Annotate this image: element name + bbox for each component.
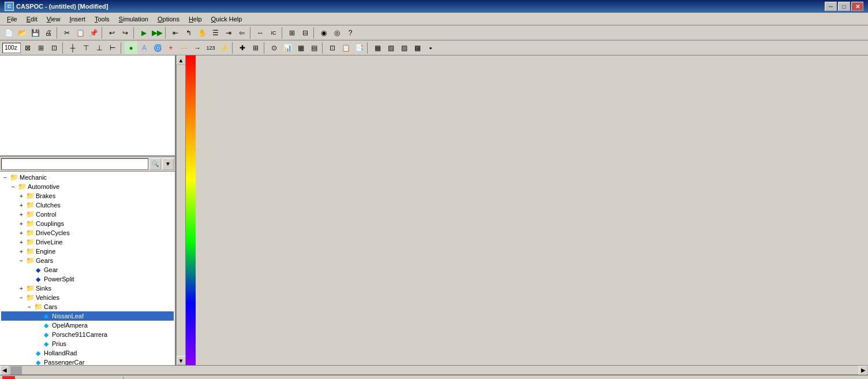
tb3-4[interactable] — [55, 376, 68, 380]
close-button[interactable]: ✕ — [851, 2, 863, 11]
tb3-3[interactable]: ◀ — [42, 376, 55, 380]
tb-b3[interactable]: ◉ — [317, 27, 330, 39]
tb2-12[interactable]: ⚡ — [218, 42, 230, 54]
tb2-grid[interactable]: ⊞ — [249, 42, 262, 54]
tree-node-clutches[interactable]: + 📁 Clutches — [1, 200, 174, 210]
run-button[interactable]: ▶ — [137, 27, 150, 39]
menu-help[interactable]: Help — [184, 14, 207, 24]
tree-node-gears[interactable]: − 📁 Gears — [1, 256, 174, 265]
tb-b1[interactable]: ⊞ — [286, 27, 298, 39]
tb3-8[interactable]: ▶| — [108, 376, 121, 380]
tb-b4[interactable]: ◎ — [331, 27, 343, 39]
tb2-7[interactable]: 🌀 — [151, 42, 164, 54]
tree-node-sinks[interactable]: + 📁 Sinks — [1, 284, 174, 293]
scroll-right-button[interactable]: ▶ — [859, 366, 868, 375]
search-button[interactable]: 🔍 — [149, 158, 161, 170]
tree-node-couplings[interactable]: + 📁 Couplings — [1, 219, 174, 228]
tree-toggle[interactable]: + — [17, 192, 25, 200]
open-button[interactable]: 📂 — [16, 27, 28, 39]
tb2-14[interactable]: ⊙ — [268, 42, 280, 54]
tb2-25[interactable]: ▪ — [424, 42, 437, 54]
zoom-custom[interactable]: ⊡ — [48, 42, 61, 54]
tree-node-brakes[interactable]: + 📁 Brakes — [1, 191, 174, 200]
tree-toggle[interactable]: − — [17, 257, 25, 265]
menu-options[interactable]: Options — [153, 14, 184, 24]
tb2-9[interactable]: — — [178, 42, 190, 54]
tb3-1[interactable]: |◀ — [16, 376, 28, 380]
menu-quickhelp[interactable]: Quick Help — [207, 14, 247, 24]
tb2-10[interactable]: → — [191, 42, 204, 54]
play-button[interactable]: ▶ — [69, 376, 81, 380]
tree-toggle[interactable]: + — [17, 220, 25, 228]
tree-node-passengercar[interactable]: ◆ PassengerCar — [1, 358, 174, 365]
run-cont-button[interactable]: ▶▶ — [151, 27, 163, 39]
tree-node-vehicles[interactable]: − 📁 Vehicles — [1, 293, 174, 302]
undo-button[interactable]: ↩ — [106, 27, 118, 39]
redo-button[interactable]: ↪ — [119, 27, 132, 39]
tb2-18[interactable]: ⊡ — [326, 42, 339, 54]
tb2-16[interactable]: ▦ — [294, 42, 307, 54]
paste-button[interactable]: 📌 — [87, 27, 100, 39]
tree-node-porsche[interactable]: ◆ Porsche911Carrera — [1, 330, 174, 339]
tb-b2[interactable]: ⊟ — [299, 27, 312, 39]
tb2-2[interactable]: ⊤ — [80, 42, 92, 54]
tb2-11[interactable]: 123 — [204, 42, 217, 54]
tb2-8[interactable]: + — [164, 42, 177, 54]
tb3-2[interactable]: ◀◀ — [29, 376, 42, 380]
tree-node-driveline[interactable]: + 📁 DriveLine — [1, 237, 174, 247]
scroll-down-button[interactable]: ▼ — [177, 356, 186, 365]
minimize-button[interactable]: ─ — [825, 2, 837, 11]
tb2-20[interactable]: 📑 — [353, 42, 365, 54]
tree-node-automotive[interactable]: − 📁 Automotive — [1, 182, 174, 191]
tb2-17[interactable]: ▤ — [308, 42, 320, 54]
tree-node-engine[interactable]: + 📁 Engine — [1, 247, 174, 256]
tb2-19[interactable]: 📋 — [339, 42, 352, 54]
menu-view[interactable]: View — [42, 14, 65, 24]
search-input[interactable] — [1, 158, 148, 170]
menu-simulation[interactable]: Simulation — [114, 14, 153, 24]
menu-tools[interactable]: Tools — [90, 14, 114, 24]
tree-toggle[interactable]: − — [1, 173, 9, 181]
tb3-7[interactable]: ▶▶▶ — [95, 376, 108, 380]
tb2-4[interactable]: ⊢ — [106, 42, 119, 54]
menu-file[interactable]: File — [2, 14, 22, 24]
tb-extra3[interactable]: ✋ — [196, 27, 208, 39]
tb2-5[interactable]: ● — [125, 42, 137, 54]
tb3-9[interactable]: ⊡ — [127, 376, 140, 380]
tree-toggle[interactable]: + — [17, 247, 25, 255]
scroll-thumb[interactable] — [10, 366, 22, 374]
search-options-button[interactable]: ▼ — [162, 158, 174, 170]
menu-edit[interactable]: Edit — [22, 14, 42, 24]
tb2-13[interactable]: ✚ — [236, 42, 249, 54]
tb2-24[interactable]: ▩ — [411, 42, 424, 54]
zoom-fit[interactable]: ⊠ — [21, 42, 34, 54]
tree-node-opelampera[interactable]: ◆ OpelAmpera — [1, 321, 174, 330]
new-button[interactable]: 📄 — [2, 27, 15, 39]
tb-b5[interactable]: ? — [344, 27, 357, 39]
tree-toggle[interactable]: − — [25, 303, 33, 311]
horizontal-scrollbar[interactable]: ◀ ▶ — [0, 365, 868, 374]
tree-node-mechanic[interactable]: − 📁 Mechanic — [1, 173, 174, 182]
canvas-scrollbar-right[interactable]: ▲ ▼ — [176, 55, 185, 365]
tb2-21[interactable]: ▦ — [371, 42, 384, 54]
tree-container[interactable]: − 📁 Mechanic − 📁 Automotive + 📁 Brakes +… — [0, 172, 175, 365]
tree-toggle[interactable]: + — [17, 229, 25, 237]
cut-button[interactable]: ✂ — [61, 27, 73, 39]
stop-button[interactable]: ■ — [2, 376, 15, 380]
tb-extra2[interactable]: ↰ — [182, 27, 195, 39]
menu-insert[interactable]: Insert — [65, 14, 90, 24]
tb-ic[interactable]: IC — [267, 27, 280, 39]
print-button[interactable]: 🖨 — [42, 27, 55, 39]
tree-node-hollandrad[interactable]: ◆ HollandRad — [1, 348, 174, 358]
scroll-left-button[interactable]: ◀ — [0, 366, 9, 375]
tree-toggle[interactable]: + — [17, 238, 25, 246]
tree-toggle[interactable]: + — [17, 201, 25, 209]
tb3-10[interactable]: ⊞ — [140, 376, 153, 380]
tree-node-control[interactable]: + 📁 Control — [1, 210, 174, 219]
tb3-6[interactable]: ▶▶ — [82, 376, 95, 380]
tree-node-cars[interactable]: − 📁 Cars — [1, 302, 174, 311]
tree-toggle[interactable]: − — [9, 183, 17, 191]
tb2-3[interactable]: ⊥ — [93, 42, 106, 54]
tree-toggle[interactable]: + — [17, 284, 25, 292]
zoom-in[interactable]: ⊞ — [35, 42, 47, 54]
